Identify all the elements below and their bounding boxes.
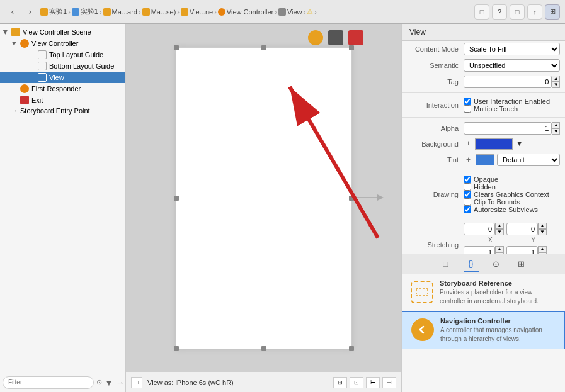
tab-circle[interactable]: ⊙ — [489, 257, 504, 272]
clip-to-bounds-checkbox[interactable] — [464, 198, 471, 206]
autoresize-subviews-checkbox[interactable] — [464, 206, 471, 213]
stretch-x-input[interactable] — [464, 223, 495, 235]
stretch-y-stepper[interactable]: ▲ ▼ — [538, 223, 547, 235]
user-interaction-checkbox[interactable] — [464, 98, 471, 105]
alpha-stepper[interactable]: ▲ ▼ — [552, 122, 560, 135]
sidebar-bottom-icon2[interactable]: → — [116, 378, 125, 388]
forward-button[interactable]: › — [23, 4, 38, 20]
breadcrumb-label-1: 实验1 — [49, 7, 67, 16]
sidebar-item-vc[interactable]: ▶ View Controller — [0, 38, 125, 49]
top-toolbar: ‹ › 实验1 › 实验1 › Ma...ard › Ma...se) › — [0, 0, 565, 24]
inspector-btn[interactable]: □ — [510, 4, 525, 20]
opaque-checkbox[interactable] — [464, 176, 471, 183]
clears-graphics-checkbox[interactable] — [464, 191, 471, 198]
sidebar-item-scene[interactable]: ▶ View Controller Scene — [0, 26, 125, 38]
alpha-input[interactable] — [464, 122, 552, 135]
filter-input[interactable] — [3, 376, 94, 389]
breadcrumb-item-4[interactable]: Ma...se) — [142, 8, 176, 16]
resize-handle-bl[interactable] — [174, 346, 179, 351]
tag-stepper[interactable]: ▲ ▼ — [552, 76, 560, 88]
alpha-step-down[interactable]: ▼ — [552, 128, 560, 135]
stretch-h-input[interactable] — [506, 246, 538, 254]
stretch-y-input[interactable] — [506, 223, 538, 235]
multiple-touch-checkbox[interactable] — [464, 105, 471, 113]
tag-row: Tag ▲ ▼ — [402, 74, 565, 90]
breadcrumb-item-1[interactable]: 实验1 — [40, 7, 67, 16]
sx-up[interactable]: ▲ — [495, 223, 504, 229]
stretch-x-stepper[interactable]: ▲ ▼ — [495, 223, 504, 235]
tint-color-swatch[interactable] — [476, 154, 494, 165]
background-row: Background + ▼ — [402, 137, 565, 152]
resize-handle-tl[interactable] — [174, 45, 179, 50]
breadcrumb-item-2[interactable]: 实验1 — [72, 7, 98, 16]
clears-graphics-row: Clears Graphics Context — [464, 191, 560, 198]
tab-braces[interactable]: {} — [464, 257, 479, 272]
bottom-layout-icon — [38, 62, 47, 70]
sidebar-item-view[interactable]: View — [0, 72, 125, 83]
background-plus[interactable]: + — [464, 139, 473, 148]
file-btn[interactable]: □ — [474, 4, 489, 20]
sy-down[interactable]: ▼ — [538, 229, 547, 235]
alpha-step-up[interactable]: ▲ — [552, 122, 560, 128]
hidden-row: Hidden — [464, 183, 560, 191]
breadcrumb-sep-3: › — [139, 8, 141, 16]
resize-handle-l[interactable] — [174, 196, 179, 201]
resize-handle-t[interactable] — [261, 45, 266, 50]
nav-controller-icon-wrapper — [410, 317, 435, 342]
help-btn[interactable]: ? — [492, 4, 507, 20]
sidebar-item-exit[interactable]: Exit — [0, 94, 125, 106]
semantic-select[interactable]: Unspecified — [464, 59, 560, 72]
nav-controller-title: Navigation Controller — [440, 317, 557, 325]
exit-arrow — [355, 188, 387, 208]
background-color-swatch[interactable] — [475, 138, 513, 150]
hidden-checkbox[interactable] — [464, 183, 471, 191]
resize-handle-b[interactable] — [261, 346, 266, 351]
sx-down[interactable]: ▼ — [495, 229, 504, 235]
svg-point-5 — [416, 323, 429, 336]
canvas-content[interactable] — [126, 24, 401, 372]
resize-handle-tr[interactable] — [349, 45, 354, 50]
stretch-w-input[interactable] — [464, 246, 495, 254]
canvas-view-type-icon[interactable]: □ — [131, 377, 142, 388]
canvas-btn-3[interactable]: ⊢ — [366, 377, 380, 388]
sidebar-item-first-responder[interactable]: First Responder — [0, 83, 125, 94]
sidebar-bottom-icon1[interactable]: ▼ — [105, 378, 113, 388]
canvas-btn-4[interactable]: ⊣ — [382, 377, 396, 388]
breadcrumb-item-5[interactable]: Vie...ne — [181, 8, 213, 16]
background-dropdown[interactable]: ▼ — [516, 140, 523, 147]
upload-btn[interactable]: ↑ — [527, 4, 542, 20]
sw-up[interactable]: ▲ — [495, 246, 504, 252]
tab-document[interactable]: □ — [438, 257, 454, 272]
iphone-frame[interactable] — [176, 47, 352, 349]
breadcrumb-sep-5: › — [214, 8, 217, 16]
tag-step-up[interactable]: ▲ — [552, 76, 560, 82]
stretch-w-stepper[interactable]: ▲ ▼ — [495, 246, 504, 254]
breadcrumb-item-3[interactable]: Ma...ard — [103, 8, 137, 16]
back-button[interactable]: ‹ — [5, 4, 20, 20]
library-item-storyboard-ref[interactable]: Storyboard Reference Provides a placehol… — [402, 274, 565, 311]
sidebar-item-entry-point[interactable]: → Storyboard Entry Point — [0, 106, 125, 116]
sidebar-item-bottom-layout[interactable]: Bottom Layout Guide — [0, 60, 125, 72]
tint-plus[interactable]: + — [464, 155, 473, 164]
tint-select[interactable]: Default — [497, 154, 560, 166]
stretch-h-stepper[interactable]: ▲ ▼ — [538, 246, 547, 254]
resize-handle-br[interactable] — [349, 346, 354, 351]
autoresize-subviews-label: Autoresize Subviews — [474, 206, 538, 213]
grid-btn[interactable]: ⊞ — [545, 4, 560, 20]
tab-grid[interactable]: ⊞ — [514, 257, 529, 272]
content-mode-select[interactable]: Scale To Fill — [464, 43, 560, 55]
stretching-label: Stretching — [407, 241, 464, 249]
library-item-nav-controller[interactable]: Navigation Controller A controller that … — [402, 311, 565, 349]
sy-up[interactable]: ▲ — [538, 223, 547, 229]
tag-step-down[interactable]: ▼ — [552, 82, 560, 88]
breadcrumb-item-7[interactable]: View — [278, 8, 302, 16]
file-icon-3 — [103, 8, 111, 16]
sidebar-item-top-layout[interactable]: Top Layout Guide — [0, 49, 125, 60]
resize-handle-r[interactable] — [349, 196, 354, 201]
tag-input[interactable] — [464, 76, 552, 88]
canvas-btn-2[interactable]: ⊡ — [350, 377, 363, 388]
canvas-btn-1[interactable]: ⊞ — [333, 377, 347, 388]
alpha-label: Alpha — [407, 125, 464, 132]
sh-up[interactable]: ▲ — [538, 246, 547, 252]
breadcrumb-item-6[interactable]: View Controller — [218, 8, 273, 16]
